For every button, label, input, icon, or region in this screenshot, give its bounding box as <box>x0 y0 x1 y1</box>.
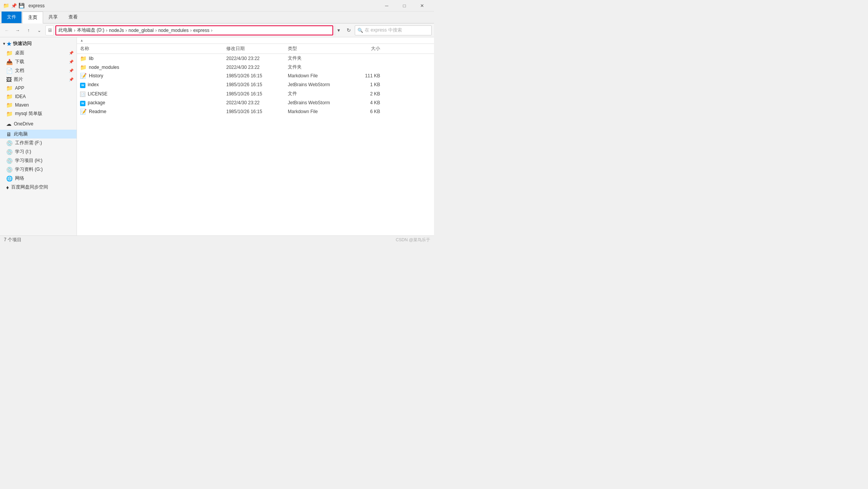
ribbon-tabs: 文件 主页 共享 查看 <box>0 12 434 23</box>
mysql-icon: 📁 <box>6 111 13 117</box>
file-name-cell: 📁 lib <box>80 55 226 62</box>
pictures-icon: 🖼 <box>6 77 12 83</box>
workdrive-icon: 💿 <box>6 140 13 146</box>
address-dropdown-button[interactable]: ▾ <box>335 25 342 35</box>
crumb-node-modules[interactable]: node_modules <box>158 28 189 33</box>
downloads-icon: 📥 <box>6 59 13 65</box>
crumb-thispc[interactable]: 此电脑 <box>58 27 72 33</box>
crumb-express[interactable]: express <box>193 28 209 33</box>
sidebar-item-studydrive[interactable]: 💿 学习 (I:) <box>0 147 77 156</box>
header-name[interactable]: 名称 <box>80 45 226 52</box>
sidebar-item-baidu[interactable]: ♦ 百度网盘同步空间 <box>0 183 77 192</box>
tab-share[interactable]: 共享 <box>43 12 63 23</box>
file-name-cell: 📁 node_modules <box>80 64 226 70</box>
minimize-button[interactable]: ─ <box>378 0 396 12</box>
idea-icon: 📁 <box>6 93 13 100</box>
sidebar-item-projectdrive[interactable]: 💿 学习项目 (H:) <box>0 156 77 165</box>
crumb-nodejs[interactable]: nodeJs <box>109 28 124 33</box>
item-count: 7 个项目 <box>4 237 22 243</box>
file-row[interactable]: W package 2022/4/30 23:22 JetBrains WebS… <box>77 98 434 107</box>
sidebar-section-thispc: 🖥 此电脑 💿 工作所需 (F:) 💿 学习 (I:) 💿 学习项目 (H:) … <box>0 130 77 192</box>
navigation-bar: ← → ↑ ⌄ 🖥 此电脑 › 本地磁盘 (D:) › nodeJs › nod… <box>0 23 434 37</box>
file-row[interactable]: 📝 Readme 1985/10/26 16:15 Markdown File … <box>77 107 434 116</box>
file-name-cell: 📝 History <box>80 73 226 79</box>
documents-icon: 📄 <box>6 68 13 74</box>
window-title: express <box>28 3 376 8</box>
sidebar-section-onedrive: ☁ OneDrive <box>0 120 77 128</box>
maximize-button[interactable]: □ <box>396 0 413 12</box>
baidu-icon: ♦ <box>6 184 9 190</box>
search-bar[interactable]: 🔍 在 express 中搜索 <box>355 25 432 35</box>
back-button[interactable]: ← <box>2 26 12 35</box>
close-button[interactable]: ✕ <box>413 0 431 12</box>
sidebar-item-maven[interactable]: 📁 Maven <box>0 101 77 109</box>
sidebar-item-downloads[interactable]: 📥 下载 📌 <box>0 57 77 66</box>
file-name-cell: W package <box>80 99 226 106</box>
titlebar: 📁 📌 💾 express ─ □ ✕ <box>0 0 434 12</box>
sidebar-item-pictures[interactable]: 🖼 图片 📌 <box>0 75 77 84</box>
pin-indicator: 📌 <box>69 51 73 55</box>
header-type[interactable]: 类型 <box>288 45 349 52</box>
save-icon: 💾 <box>18 3 25 9</box>
resourcedrive-icon: 💿 <box>6 167 13 173</box>
refresh-button[interactable]: ↻ <box>344 26 353 35</box>
file-row[interactable]: 📁 node_modules 2022/4/30 23:22 文件夹 <box>77 63 434 72</box>
address-bar[interactable]: 此电脑 › 本地磁盘 (D:) › nodeJs › node_global ›… <box>55 25 333 35</box>
file-row[interactable]: 📄 LICENSE 1985/10/26 16:15 文件 2 KB <box>77 89 434 98</box>
desktop-icon: 📁 <box>6 50 13 56</box>
pin-indicator: 📌 <box>69 60 73 64</box>
sidebar-item-desktop[interactable]: 📁 桌面 📌 <box>0 48 77 57</box>
sidebar-item-documents[interactable]: 📄 文档 📌 <box>0 66 77 75</box>
tab-home[interactable]: 主页 <box>22 12 43 23</box>
network-icon: 🌐 <box>6 175 13 182</box>
maven-icon: 📁 <box>6 102 13 108</box>
sidebar-item-mysql[interactable]: 📁 mysql 简单版 <box>0 109 77 118</box>
sidebar-item-thispc[interactable]: 🖥 此电脑 <box>0 130 77 139</box>
up-button[interactable]: ↑ <box>24 26 33 35</box>
titlebar-icons: 📁 📌 💾 <box>3 3 25 9</box>
header-size[interactable]: 大小 <box>349 45 380 52</box>
crumb-node-global[interactable]: node_global <box>129 28 154 33</box>
markdown-icon: 📝 <box>80 73 87 79</box>
main-layout: ▾ ★ 快速访问 📁 桌面 📌 📥 下载 📌 📄 文档 📌 🖼 图 <box>0 37 434 235</box>
sidebar-section-quickaccess: ▾ ★ 快速访问 📁 桌面 📌 📥 下载 📌 📄 文档 📌 🖼 图 <box>0 39 77 118</box>
folder-icon: 📁 <box>3 3 9 9</box>
file-name-cell: 📝 Readme <box>80 108 226 115</box>
header-date[interactable]: 修改日期 <box>226 45 288 52</box>
webstorm-icon: W <box>80 81 85 88</box>
webstorm-icon: W <box>80 99 85 106</box>
crumb-disk[interactable]: 本地磁盘 (D:) <box>77 27 104 33</box>
file-row[interactable]: 📁 lib 2022/4/30 23:22 文件夹 <box>77 54 434 63</box>
sidebar-item-resourcedrive[interactable]: 💿 学习资料 (G:) <box>0 165 77 174</box>
search-placeholder: 在 express 中搜索 <box>365 27 402 33</box>
statusbar: 7 个项目 CSDN @菜鸟乐于 <box>0 235 434 244</box>
onedrive-icon: ☁ <box>6 121 12 127</box>
app-icon: 📁 <box>6 85 13 91</box>
file-name-cell: W index <box>80 81 226 88</box>
breadcrumb: 此电脑 › 本地磁盘 (D:) › nodeJs › node_global ›… <box>58 27 213 33</box>
pin-indicator: 📌 <box>69 68 73 73</box>
sidebar-item-app[interactable]: 📁 APP <box>0 84 77 92</box>
forward-button[interactable]: → <box>13 26 22 35</box>
file-row[interactable]: 📝 History 1985/10/26 16:15 Markdown File… <box>77 72 434 80</box>
tab-view[interactable]: 查看 <box>63 12 83 23</box>
sidebar-item-workdrive[interactable]: 💿 工作所需 (F:) <box>0 139 77 147</box>
markdown-icon: 📝 <box>80 108 87 115</box>
folder-icon: 📁 <box>80 55 87 62</box>
text-icon: 📄 <box>80 90 85 97</box>
recent-locations-button[interactable]: ⌄ <box>35 26 44 35</box>
studydrive-icon: 💿 <box>6 149 13 155</box>
ribbon: 文件 主页 共享 查看 <box>0 12 434 23</box>
search-icon: 🔍 <box>357 28 363 33</box>
file-list-header: 名称 修改日期 类型 大小 <box>77 44 434 54</box>
file-row[interactable]: W index 1985/10/26 16:15 JetBrains WebSt… <box>77 80 434 89</box>
quickaccess-header[interactable]: ▾ ★ 快速访问 <box>0 39 77 48</box>
sidebar-item-idea[interactable]: 📁 IDEA <box>0 92 77 101</box>
titlebar-controls: ─ □ ✕ <box>378 0 431 12</box>
projectdrive-icon: 💿 <box>6 158 13 164</box>
tab-file[interactable]: 文件 <box>2 12 22 23</box>
pin-indicator: 📌 <box>69 77 73 82</box>
pin-icon: 📌 <box>11 3 17 9</box>
sidebar-item-network[interactable]: 🌐 网络 <box>0 174 77 183</box>
sidebar-item-onedrive[interactable]: ☁ OneDrive <box>0 120 77 128</box>
